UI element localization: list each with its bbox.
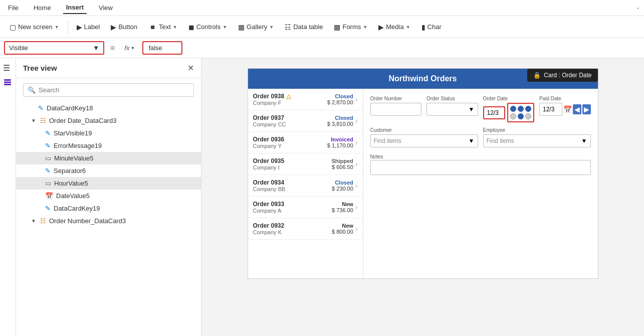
order-row[interactable]: Order 0932 Company K New $ 800.00 › xyxy=(248,218,363,240)
order-number-label: Order Number xyxy=(370,96,422,101)
cal-dot xyxy=(525,113,531,119)
order-date-input[interactable]: 12/3 xyxy=(483,106,506,119)
order-number: Order 0937 xyxy=(253,114,325,121)
cal-dot xyxy=(518,113,524,119)
tree-panel: Tree view ✕ 🔍 ✎ DataCardKey18 ▼ ☷ Order … xyxy=(16,58,201,336)
notes-input[interactable] xyxy=(370,160,591,175)
employee-combobox[interactable]: Find items ▼ xyxy=(483,134,591,147)
tree-item-label: Separator6 xyxy=(54,167,86,175)
chevron-right-icon: › xyxy=(355,117,358,125)
tree-item-separator6[interactable]: ✎ Separator6 xyxy=(16,164,201,177)
formula-bar: Visible ▼ = fx ▼ false xyxy=(0,38,644,58)
tree-item-label: Order Date_DataCard3 xyxy=(49,117,116,124)
order-status-field: Order Status ▼ xyxy=(426,96,478,122)
find-items-text: Find items xyxy=(487,137,514,144)
menu-file[interactable]: File xyxy=(5,2,22,14)
chart-button[interactable]: ▮ Char xyxy=(417,21,446,34)
controls-button[interactable]: ◼ Controls ▼ xyxy=(184,21,232,34)
tree-header: Tree view ✕ xyxy=(16,58,201,78)
tree-item-datacardkey19[interactable]: ✎ DataCardKey19 xyxy=(16,202,201,215)
tree-item-minutevalue5[interactable]: ▭ MinuteValue5 xyxy=(16,152,201,164)
controls-chevron: ▼ xyxy=(223,25,227,30)
customer-label: Customer xyxy=(370,127,478,133)
svg-rect-1 xyxy=(4,82,11,83)
tree-item-orderdate-datacard3[interactable]: ▼ ☷ Order Date_DataCard3 xyxy=(16,114,201,127)
tree-item-datacardkey18[interactable]: ✎ DataCardKey18 xyxy=(16,102,201,114)
paid-date-input[interactable]: 12/3 xyxy=(539,103,562,116)
order-row[interactable]: Order 0933 Company A New $ 736.00 › xyxy=(248,197,363,218)
new-screen-button[interactable]: ▢ New screen ▼ xyxy=(5,21,64,34)
search-input[interactable] xyxy=(39,86,189,94)
tree-item-ordernumber-datacard3[interactable]: ▼ ☷ Order Number_DataCard3 xyxy=(16,215,201,227)
paid-nav-left-icon[interactable]: ◀ xyxy=(573,104,581,114)
button-icon: ▶ xyxy=(111,23,116,31)
order-detail: Order Number Order Status ▼ xyxy=(363,89,598,278)
text-button[interactable]: ◾ Text ▼ xyxy=(144,21,182,34)
detail-grid: Order Number Order Status ▼ xyxy=(370,96,591,147)
order-row[interactable]: Order 0938 △ Company F Closed $ 2,870.00… xyxy=(248,89,363,110)
menu-home[interactable]: Home xyxy=(31,2,54,14)
edit-icon: ✎ xyxy=(45,142,51,149)
app-body: Order 0938 △ Company F Closed $ 2,870.00… xyxy=(248,89,598,278)
data-table-button[interactable]: ☷ Data table xyxy=(280,21,327,34)
canvas-area: 🔒 Card : Order Date Northwind Orders Ord… xyxy=(201,58,644,336)
order-status-label: Order Status xyxy=(426,96,478,101)
rect-icon: ▭ xyxy=(45,180,51,187)
menu-insert[interactable]: Insert xyxy=(63,2,87,14)
tree-item-label: Order Number_DataCard3 xyxy=(49,217,126,225)
tree-item-datevalue5[interactable]: 📅 DateValue5 xyxy=(16,190,201,202)
edit-icon: ✎ xyxy=(45,167,51,175)
lock-icon: 🔒 xyxy=(533,72,541,79)
employee-field: Employee Find items ▼ xyxy=(483,127,591,147)
order-number-input[interactable] xyxy=(370,103,422,116)
order-row[interactable]: Order 0935 Company I Shipped $ 606.50 › xyxy=(248,153,363,175)
forms-button[interactable]: ▩ Forms ▼ xyxy=(329,21,372,34)
search-icon: 🔍 xyxy=(28,86,36,94)
layers-icon[interactable] xyxy=(3,78,12,89)
property-value: Visible xyxy=(9,44,28,52)
order-status-select[interactable]: ▼ xyxy=(426,103,478,116)
menu-bar: File Home Insert View • xyxy=(0,0,644,16)
order-status-amount: New $ 800.00 xyxy=(332,223,353,235)
property-select[interactable]: Visible ▼ xyxy=(4,41,104,55)
tree-item-label: DateValue5 xyxy=(56,192,90,200)
formula-value[interactable]: false xyxy=(142,41,182,55)
cal-dot xyxy=(510,106,516,112)
text-chevron: ▼ xyxy=(173,25,177,30)
media-icon: ▶ xyxy=(378,23,384,31)
table-icon: ☷ xyxy=(40,217,46,225)
chart-label: Char xyxy=(427,23,442,31)
label-button[interactable]: ▶ Label xyxy=(72,21,105,34)
controls-icon: ◼ xyxy=(188,23,194,31)
hamburger-icon[interactable]: ☰ xyxy=(3,63,10,73)
gallery-button[interactable]: ▦ Gallery ▼ xyxy=(234,21,278,34)
tree-item-errormessage19[interactable]: ✎ ErrorMessage19 xyxy=(16,139,201,152)
paid-nav-right-icon[interactable]: ▶ xyxy=(582,104,591,114)
order-status: Invoiced xyxy=(327,136,353,142)
notes-label: Notes xyxy=(370,154,383,159)
tree-close-button[interactable]: ✕ xyxy=(187,63,194,73)
tree-item-starvisible19[interactable]: ✎ StarVisible19 xyxy=(16,127,201,139)
order-amount: $ 1,170.00 xyxy=(327,142,353,148)
label-icon: ▶ xyxy=(77,23,82,31)
media-button[interactable]: ▶ Media ▼ xyxy=(374,21,414,34)
order-row[interactable]: Order 0934 Company BB Closed $ 230.00 › xyxy=(248,175,363,197)
button-button[interactable]: ▶ Button xyxy=(106,21,142,34)
order-row[interactable]: Order 0936 Company Y Invoiced $ 1,170.00… xyxy=(248,132,363,153)
order-status: Closed xyxy=(327,93,353,99)
tree-item-hourvalue5[interactable]: ▭ HourValue5 xyxy=(16,177,201,190)
tree-item-label: MinuteValue5 xyxy=(54,154,94,162)
menu-view[interactable]: View xyxy=(96,2,116,14)
order-company: Company I xyxy=(253,164,330,171)
order-status: Closed xyxy=(327,115,353,121)
customer-combobox[interactable]: Find items ▼ xyxy=(370,134,478,147)
main-area: ☰ Tree view ✕ 🔍 ✎ DataCardKey18 xyxy=(0,58,644,336)
order-row[interactable]: Order 0937 Company CC Closed $ 3,810.00 … xyxy=(248,110,363,132)
calendar-icon: 📅 xyxy=(45,192,53,200)
paid-calendar-icon[interactable]: 📅 xyxy=(563,105,572,113)
gallery-label: Gallery xyxy=(247,23,267,31)
edit-icon: ✎ xyxy=(45,129,51,137)
fx-button[interactable]: fx ▼ xyxy=(121,42,138,54)
new-screen-icon: ▢ xyxy=(10,23,16,31)
employee-label: Employee xyxy=(483,127,591,133)
